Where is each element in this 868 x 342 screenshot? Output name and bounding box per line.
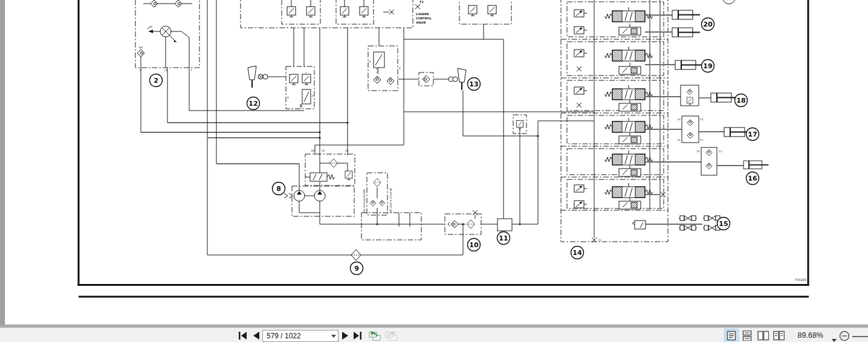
port-label-ef: EF: [311, 149, 315, 152]
book-view-button[interactable]: [772, 329, 785, 342]
zoom-out-icon: [839, 331, 850, 341]
first-page-button[interactable]: [238, 332, 247, 340]
next-page-icon: [342, 332, 349, 340]
navigate-back-icon: [368, 331, 381, 341]
previous-page-button[interactable]: [253, 332, 260, 340]
label-t3-top: T3: [419, 1, 424, 4]
first-page-icon: [238, 332, 247, 340]
single-page-view-button[interactable]: [725, 329, 738, 342]
callout-10: 10: [468, 239, 481, 251]
next-page-button[interactable]: [342, 332, 349, 340]
svg-text:2: 2: [154, 77, 158, 85]
steering-unit: P LS T: [135, 0, 199, 72]
continuous-view-button[interactable]: [740, 329, 754, 342]
facing-pages-view-button[interactable]: [756, 329, 769, 342]
svg-text:14: 14: [572, 249, 582, 257]
continuous-view-icon: [742, 331, 752, 341]
svg-text:16: 16: [748, 175, 757, 182]
lock17-v1: V1: [677, 138, 681, 141]
pilot-joystick-left: T B m: [248, 28, 314, 109]
navigate-forward-icon: [384, 331, 397, 341]
navigate-forward-button[interactable]: [384, 331, 397, 341]
return-line-group: [207, 39, 538, 260]
callout-19: 19: [702, 60, 714, 73]
page-number-combo: [262, 330, 338, 342]
port-label-t: T: [190, 69, 192, 72]
zoom-dropdown-caret[interactable]: [832, 334, 837, 342]
facing-pages-view-icon: [757, 331, 769, 341]
svg-text:13: 13: [469, 80, 478, 88]
previous-page-icon: [253, 332, 260, 340]
loader-control-valve: T3 LOADER CONTROL VALVE: [241, 0, 511, 39]
svg-text:10: 10: [469, 241, 479, 249]
page-dropdown-caret[interactable]: [329, 331, 338, 341]
callout-9: 9: [351, 262, 363, 275]
book-view-icon: [773, 331, 785, 341]
lock16-c1: C1: [719, 150, 722, 153]
svg-text:8: 8: [276, 185, 281, 193]
pilot-manifold: m g: [368, 28, 466, 136]
callout-16: 16: [747, 172, 759, 185]
navigate-back-button[interactable]: [368, 331, 381, 341]
port-label-cf: CF: [322, 149, 325, 152]
last-page-icon: [353, 332, 362, 340]
pilot12-label-b: B: [287, 96, 289, 99]
last-page-button[interactable]: [353, 332, 362, 340]
pilot12-label-m: m: [312, 94, 314, 97]
callout-18: 18: [735, 94, 748, 107]
svg-text:15: 15: [719, 220, 728, 228]
hydraulic-schematic: P LS T T3 LOADER CONTROL VALVE: [0, 0, 868, 324]
zoom-out-button[interactable]: [839, 331, 850, 342]
dropdown-caret-icon: [331, 335, 336, 338]
lock17-c1: C1: [700, 138, 704, 141]
callout-2: 2: [150, 74, 163, 87]
zoom-caret-icon: [832, 339, 837, 342]
page-number-input[interactable]: [263, 332, 329, 340]
svg-text:20: 20: [703, 21, 713, 28]
breather-reservoir: AIR IN 0.03±0.008 AIR OUT 0.35±0.08: [361, 173, 421, 240]
lock16-v1: V1: [696, 150, 700, 153]
label-t3-bank: T3: [597, 239, 601, 242]
label-control: CONTROL: [416, 17, 432, 20]
svg-text:9: 9: [354, 265, 359, 273]
pdf-toolbar: 89.68%: [0, 327, 868, 342]
callout-17: 17: [747, 128, 759, 141]
lock17-c2: C2: [700, 118, 704, 121]
drawing-frame: [78, 0, 809, 297]
label-valve: VALVE: [416, 21, 426, 24]
callout-20: 20: [702, 18, 714, 31]
zoom-slider-track[interactable]: [852, 336, 868, 337]
zoom-percentage[interactable]: 89.68%: [798, 331, 823, 340]
lock17-v2: V2: [677, 118, 681, 121]
callout-partial-top: [723, 0, 736, 4]
callout-11: 11: [497, 232, 510, 245]
callout-13: 13: [468, 78, 481, 91]
single-page-view-icon: [727, 331, 736, 341]
svg-text:19: 19: [703, 62, 712, 70]
svg-text:17: 17: [748, 131, 757, 138]
port-label-ls2: LS: [345, 149, 349, 152]
callout-8: 8: [273, 182, 285, 195]
svg-text:18: 18: [736, 97, 745, 105]
svg-text:11: 11: [499, 234, 508, 242]
label-air-in: AIR IN 0.03±0.008: [363, 189, 366, 213]
figure-code: F30298: [795, 278, 806, 282]
callout-14: 14: [571, 247, 584, 259]
label-air-out: AIR OUT 0.35±0.08: [389, 188, 392, 213]
callout-12: 12: [247, 97, 260, 110]
callout-15: 15: [717, 218, 730, 230]
pilot12-label-t: T: [305, 71, 307, 74]
manifold-label-m: m: [369, 60, 371, 63]
svg-text:12: 12: [248, 100, 257, 108]
manifold-label-g: g: [399, 66, 401, 69]
label-loader: LOADER: [416, 13, 429, 16]
